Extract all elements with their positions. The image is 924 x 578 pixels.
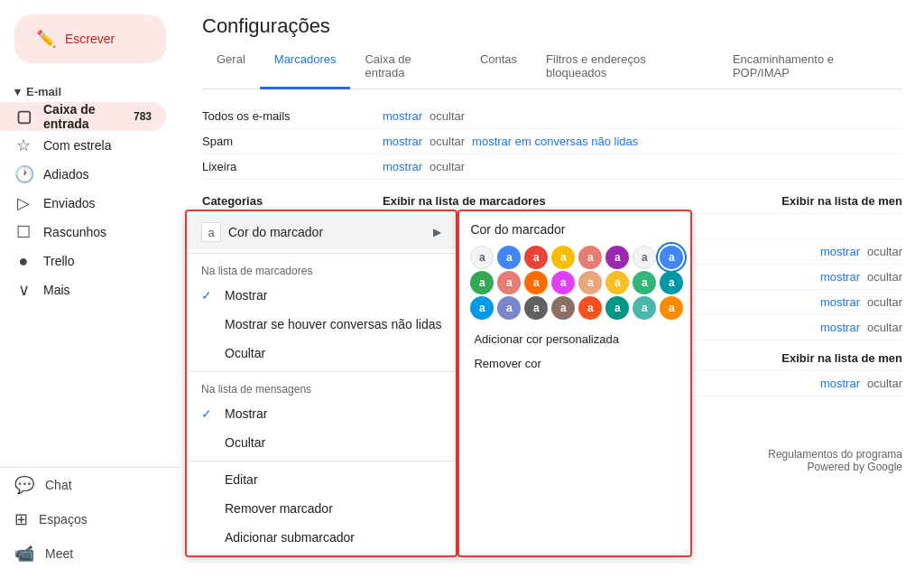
color-dot-16[interactable]: a [470, 296, 494, 320]
menu-label-ocultar1: Ocultar [225, 346, 265, 360]
meet-icon: 📹 [14, 544, 34, 564]
sidebar-item-more[interactable]: ∨ Mais [0, 275, 166, 304]
tab-marcadores[interactable]: Marcadores [260, 45, 351, 89]
color-dot-1[interactable]: a [497, 246, 521, 269]
trello-icon: ● [14, 252, 32, 271]
color-dot-20[interactable]: a [578, 296, 602, 320]
actions-lixeira: mostrar ocultar [383, 160, 902, 173]
color-dot-3[interactable]: a [551, 246, 575, 269]
color-dot-13[interactable]: a [605, 271, 629, 294]
color-dot-14[interactable]: a [633, 271, 656, 294]
context-menu-overlay: a Cor do marcador ▶ Na lista de marcador… [185, 210, 692, 557]
compose-button[interactable]: ✏️ Escrever [14, 14, 166, 63]
menu-item-editar[interactable]: Editar [187, 465, 456, 494]
sidebar-item-trello[interactable]: ● Trello [0, 247, 166, 275]
sidebar-item-chat[interactable]: 💬 Chat [0, 468, 180, 502]
ocultar-extra1-2[interactable]: ocultar [867, 245, 902, 258]
menu-item-mostrar-if[interactable]: Mostrar se houver conversas não lidas [187, 310, 456, 339]
sidebar-item-inbox[interactable]: ▢ Caixa de entrada 783 [0, 102, 166, 131]
menu-item-remover[interactable]: Remover marcador [187, 494, 456, 523]
tab-encaminhamento[interactable]: Encaminhamento e POP/IMAP [718, 45, 902, 89]
chat-icon: 💬 [14, 475, 34, 495]
tab-caixa[interactable]: Caixa de entrada [350, 45, 465, 89]
menu-item-mostrar-2[interactable]: ✓ Mostrar [187, 399, 456, 428]
color-dot-4[interactable]: a [578, 246, 602, 269]
sidebar-label-sent: Enviados [43, 196, 152, 210]
inbox-badge: 783 [134, 110, 152, 123]
color-dot-18[interactable]: a [524, 296, 548, 320]
sidebar-label-trello: Trello [43, 254, 152, 268]
mostrar-extra1-2[interactable]: mostrar [820, 245, 860, 258]
menu-label-mostrar2: Mostrar [225, 406, 267, 421]
marker-prefix: a [201, 222, 221, 242]
mostrar-lixeira[interactable]: mostrar [383, 160, 422, 173]
check-icon-4: ✓ [201, 406, 217, 421]
mostrar-nao-lidas-spam[interactable]: mostrar em conversas não lidas [472, 135, 638, 148]
sidebar-item-drafts[interactable]: ☐ Rascunhos [0, 218, 166, 247]
marker-color-label: Cor do marcador [228, 225, 323, 239]
sidebar-item-meet[interactable]: 📹 Meet [0, 536, 180, 571]
remove-color[interactable]: Remover cor [470, 351, 679, 376]
tab-contas[interactable]: Contas [466, 45, 531, 89]
tab-filtros[interactable]: Filtros e endereços bloqueados [531, 45, 718, 89]
compose-icon: ✏️ [36, 29, 56, 49]
mostrar-extra3-2[interactable]: mostrar [820, 295, 860, 309]
section-list-markers: Na lista de marcadores [187, 257, 456, 281]
ocultar-lixeira[interactable]: ocultar [430, 160, 465, 173]
spaces-label: Espaços [39, 512, 88, 527]
color-dot-21[interactable]: a [605, 296, 629, 320]
sidebar-item-starred[interactable]: ☆ Com estrela [0, 131, 166, 160]
ocultar-r1[interactable]: ocultar [867, 377, 902, 390]
sidebar-item-snoozed[interactable]: 🕐 Adiados [0, 160, 166, 189]
sidebar-item-spaces[interactable]: ⊞ Espaços [0, 502, 180, 536]
color-dot-7[interactable]: a [660, 246, 683, 269]
menu-item-mostrar-1[interactable]: ✓ Mostrar [187, 281, 456, 310]
tab-geral[interactable]: Geral [202, 45, 260, 89]
mostrar-todos[interactable]: mostrar [383, 109, 422, 123]
ocultar-spam[interactable]: ocultar [430, 135, 465, 148]
ocultar-extra4-2[interactable]: ocultar [867, 321, 902, 334]
chat-label: Chat [45, 478, 72, 492]
color-dot-10[interactable]: a [524, 271, 548, 294]
mostrar-extra2-2[interactable]: mostrar [820, 270, 860, 284]
menu-label-adicionar-sub: Adicionar submarcador [225, 530, 355, 545]
color-dot-19[interactable]: a [551, 296, 575, 320]
color-dot-23[interactable]: a [660, 296, 683, 320]
check-icon-1: ✓ [201, 288, 217, 303]
menu-item-ocultar-2[interactable]: Ocultar [187, 428, 456, 457]
mostrar-extra4-2[interactable]: mostrar [820, 321, 860, 334]
menu-item-ocultar-1[interactable]: Ocultar [187, 339, 456, 368]
ocultar-extra2-2[interactable]: ocultar [867, 270, 902, 284]
ocultar-todos[interactable]: ocultar [430, 109, 465, 123]
color-dot-5[interactable]: a [605, 246, 629, 269]
inbox-icon: ▢ [14, 107, 32, 126]
mostrar-spam[interactable]: mostrar [383, 135, 422, 148]
color-dot-2[interactable]: a [524, 246, 548, 269]
menu-divider-1 [187, 253, 456, 254]
color-dot-9[interactable]: a [497, 271, 521, 294]
menu-item-adicionar-sub[interactable]: Adicionar submarcador [187, 523, 456, 552]
color-dot-22[interactable]: a [633, 296, 656, 320]
meet-label: Meet [45, 546, 73, 561]
row-todos-emails: Todos os e-mails mostrar ocultar [202, 104, 902, 129]
drafts-icon: ☐ [14, 222, 32, 242]
color-dot-15[interactable]: a [660, 271, 683, 294]
color-dot-6[interactable]: a [633, 246, 656, 269]
color-dot-17[interactable]: a [497, 296, 521, 320]
menu-label-remover: Remover marcador [225, 501, 333, 516]
menu-label-mostrar1: Mostrar [225, 288, 267, 303]
color-dot-12[interactable]: a [578, 271, 602, 294]
sidebar-item-sent[interactable]: ▷ Enviados [0, 189, 166, 218]
color-grid: aaaaaaaaaaaaaaaaaaaaaaaa [470, 246, 679, 320]
color-dot-8[interactable]: a [470, 271, 494, 294]
sidebar-label-snoozed: Adiados [43, 167, 152, 182]
color-dot-11[interactable]: a [551, 271, 575, 294]
mostrar-r1[interactable]: mostrar [820, 377, 860, 390]
menu-item-color[interactable]: a Cor do marcador ▶ [187, 215, 456, 249]
actions-spam: mostrar ocultar mostrar em conversas não… [383, 135, 902, 148]
ocultar-extra3-2[interactable]: ocultar [867, 295, 902, 309]
section-list-messages: Na lista de mensagens [187, 376, 456, 399]
snoozed-icon: 🕐 [14, 164, 32, 184]
color-dot-0[interactable]: a [470, 246, 494, 269]
add-custom-color[interactable]: Adicionar cor personalizada [470, 327, 679, 351]
